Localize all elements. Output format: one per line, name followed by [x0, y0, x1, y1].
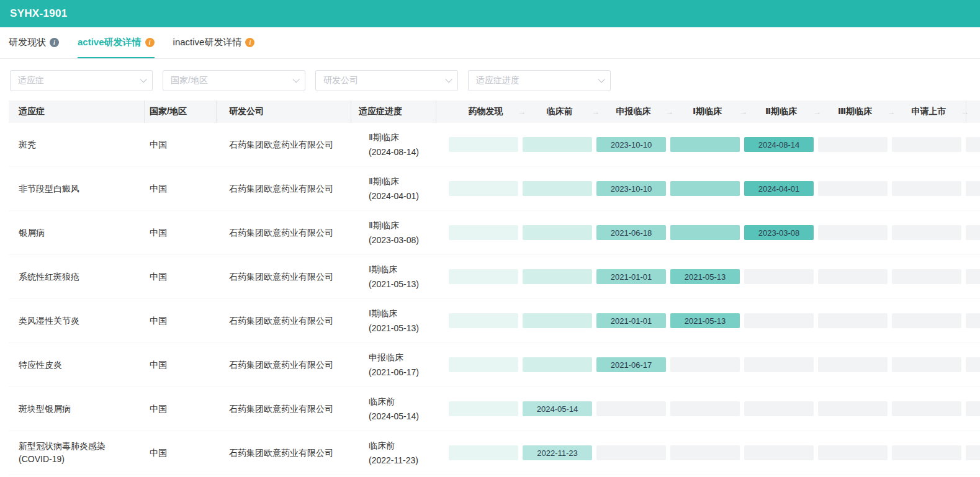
region-filter-dropdown[interactable]: 国家/地区: [163, 70, 305, 91]
stage-header: 申请上市→: [892, 100, 966, 123]
tab-active-details[interactable]: active研发详情i: [78, 27, 155, 58]
timeline-slot: 2023-03-08: [744, 211, 818, 254]
timeline-cell: [744, 401, 814, 416]
indication-cell: 新型冠状病毒肺炎感染(COVID-19): [9, 431, 145, 475]
timeline-cell: 2021-05-13: [670, 269, 740, 284]
progress-cell: Ⅱ期临床(2023-03-08): [351, 211, 436, 254]
indication-cell: 类风湿性关节炎: [9, 299, 145, 342]
indication-filter-dropdown[interactable]: 适应症: [10, 70, 153, 91]
indication-cell: 系统性红斑狼疮: [9, 255, 145, 298]
timeline-cell: [449, 137, 518, 152]
timeline-slot: [892, 255, 966, 298]
region-cell: 中国: [145, 343, 217, 386]
timeline-slot: [449, 299, 523, 342]
info-icon[interactable]: i: [50, 38, 59, 47]
stage-label: 申报临床: [616, 106, 651, 117]
progress-cell: Ⅱ期临床(2024-04-01): [351, 167, 436, 210]
info-icon[interactable]: i: [245, 38, 254, 47]
timeline-slot: [523, 211, 596, 254]
timeline-slot: [892, 123, 966, 166]
progress-stage: Ⅱ期临床: [369, 130, 399, 145]
timeline-slot: [892, 299, 966, 342]
stage-label: Ⅲ期临床: [838, 106, 872, 117]
timeline-slot: [892, 431, 966, 475]
filter-placeholder: 适应症: [18, 75, 44, 86]
progress-date: (2024-08-14): [369, 145, 419, 159]
timeline-slot: [744, 299, 818, 342]
filter-placeholder: 适应症进度: [476, 75, 519, 86]
timeline-slot: 2021-06-18: [596, 211, 670, 254]
progress-date: (2024-05-14): [369, 409, 419, 424]
timeline-cell: [966, 445, 980, 460]
timeline-cell: 2021-01-01: [596, 313, 666, 328]
timeline-slot: 2021-01-01: [596, 299, 670, 342]
column-header: 国家/地区: [145, 100, 217, 123]
info-icon[interactable]: i: [145, 38, 155, 47]
timeline-cell: [523, 181, 592, 196]
progress-cell: 临床前(2022-11-23): [351, 431, 436, 475]
progress-cell: Ⅰ期临床(2021-05-13): [351, 255, 436, 298]
timeline-cell: [818, 401, 888, 416]
progress-stage: Ⅱ期临床: [369, 218, 399, 233]
timeline-slot: [966, 431, 980, 475]
timeline-slot: 2021-06-17: [596, 343, 670, 386]
indication-cell: 斑秃: [9, 123, 145, 166]
timeline-cell: [892, 401, 961, 416]
timeline-slot: [449, 211, 523, 254]
timeline-cell: [744, 269, 814, 284]
timeline-slot: [892, 387, 966, 430]
tab-inactive-details[interactable]: inactive研发详情i: [173, 27, 255, 58]
table-row: 斑秃中国石药集团欧意药业有限公司Ⅱ期临床(2024-08-14)2023-10-…: [9, 123, 980, 167]
column-header: 适应症: [9, 100, 145, 123]
stage-header-partial: [966, 100, 980, 123]
progress-date: (2021-06-17): [369, 365, 419, 380]
timeline-slot: 2023-10-10: [596, 123, 670, 166]
indication-cell: 银屑病: [9, 211, 145, 254]
timeline-cell: 2021-01-01: [596, 269, 666, 284]
timeline-cell: 2023-10-10: [596, 181, 666, 196]
timeline-slot: [966, 299, 980, 342]
timeline-slot: [596, 431, 670, 475]
table-header-row: 适应症国家/地区研发公司适应症进度药物发现→临床前→申报临床→Ⅰ期临床→Ⅱ期临床…: [9, 100, 980, 123]
timeline-slot: [449, 431, 523, 475]
timeline-cell: [892, 181, 961, 196]
timeline-slot: [523, 299, 596, 342]
timeline-slot: 2022-11-23: [523, 431, 596, 475]
timeline-cell: [449, 401, 518, 416]
timeline-cell: 2024-04-01: [744, 181, 814, 196]
progress-stage: Ⅰ期临床: [369, 306, 397, 321]
timeline-cell: [670, 445, 740, 460]
timeline-slot: [449, 123, 523, 166]
indication-cell: 斑块型银屑病: [9, 387, 145, 430]
chevron-down-icon: [598, 76, 605, 82]
timeline-cell: [449, 357, 518, 372]
stage-header-row: 药物发现→临床前→申报临床→Ⅰ期临床→Ⅱ期临床→Ⅲ期临床→申请上市→: [436, 100, 980, 123]
company-cell: 石药集团欧意药业有限公司: [217, 431, 351, 475]
timeline-slot: [670, 211, 744, 254]
tab-label: 研发现状: [9, 37, 46, 48]
progress-date: (2023-03-08): [369, 233, 419, 247]
table-row: 非节段型白癜风中国石药集团欧意药业有限公司Ⅱ期临床(2024-04-01)202…: [9, 167, 980, 211]
timeline-slot: [523, 123, 596, 166]
company-cell: 石药集团欧意药业有限公司: [217, 123, 351, 166]
timeline-slot: 2024-04-01: [744, 167, 818, 210]
timeline: 2021-01-012021-05-13: [436, 299, 980, 342]
timeline-slot: 2021-01-01: [596, 255, 670, 298]
timeline-cell: [966, 357, 980, 372]
region-cell: 中国: [145, 211, 217, 254]
timeline-cell: [596, 445, 666, 460]
progress-stage: 申报临床: [369, 350, 403, 365]
progress-filter-dropdown[interactable]: 适应症进度: [468, 70, 611, 91]
timeline-cell: [966, 401, 980, 416]
company-filter-dropdown[interactable]: 研发公司: [315, 70, 458, 91]
progress-stage: Ⅱ期临床: [369, 174, 399, 189]
timeline-cell: [449, 445, 518, 460]
timeline-slot: [892, 167, 966, 210]
progress-date: (2021-05-13): [369, 277, 419, 292]
timeline-slot: [966, 255, 980, 298]
timeline-slot: [818, 343, 892, 386]
timeline-slot: [523, 343, 596, 386]
tab-status[interactable]: 研发现状i: [9, 27, 59, 58]
region-cell: 中国: [145, 123, 217, 166]
timeline: 2023-10-102024-08-14: [436, 123, 980, 166]
